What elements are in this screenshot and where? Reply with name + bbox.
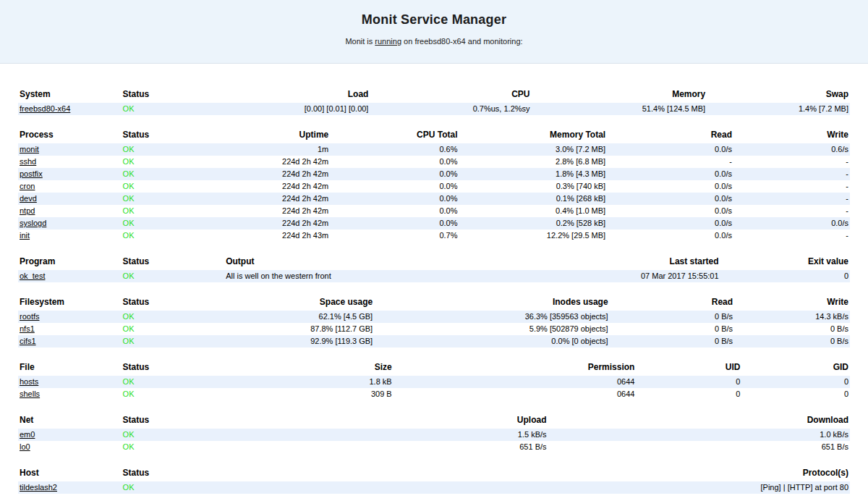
cell-write: 0 B/s bbox=[734, 323, 850, 335]
status-badge: OK bbox=[123, 271, 135, 280]
service-link[interactable]: init bbox=[20, 231, 30, 240]
service-link[interactable]: postfix bbox=[20, 169, 43, 178]
column-header-status: Status bbox=[122, 413, 230, 429]
service-link[interactable]: tildeslash2 bbox=[20, 483, 57, 492]
cell-memory-total: 0.3% [740 kB] bbox=[459, 180, 607, 193]
service-link[interactable]: monit bbox=[20, 145, 39, 153]
process-table: Process Status Uptime CPU Total Memory T… bbox=[18, 127, 850, 242]
cell-upload: 1.5 kB/s bbox=[229, 429, 548, 441]
net-table: Net Status Upload Download em0 OK 1.5 kB… bbox=[18, 413, 850, 453]
process-header-row: Process Status Uptime CPU Total Memory T… bbox=[18, 127, 850, 143]
filesystem-header-row: Filesystem Status Space usage Inodes usa… bbox=[18, 295, 850, 311]
cell-size: 309 B bbox=[229, 388, 393, 400]
cell-cpu-total: 0.0% bbox=[330, 168, 459, 180]
cell-write: - bbox=[733, 230, 850, 242]
cell-inodes-usage: 0.0% [0 objects] bbox=[374, 335, 609, 348]
cell-read: 0.0/s bbox=[607, 230, 733, 242]
page-title: Monit Service Manager bbox=[0, 0, 868, 28]
status-badge: OK bbox=[123, 157, 135, 166]
column-header-system: System bbox=[18, 87, 122, 103]
cell-uptime: 1m bbox=[229, 143, 330, 156]
table-row: shells OK 309 B 0644 0 0 bbox=[18, 388, 850, 400]
column-header-size: Size bbox=[229, 360, 393, 376]
cell-uid: 0 bbox=[636, 376, 741, 388]
host-table: Host Status Protocol(s) tildeslash2 OK [… bbox=[18, 466, 850, 494]
service-link[interactable]: shells bbox=[20, 390, 40, 398]
service-link[interactable]: devd bbox=[20, 194, 37, 203]
service-link[interactable]: rootfs bbox=[20, 312, 40, 321]
cell-gid: 0 bbox=[741, 388, 850, 400]
status-badge: OK bbox=[123, 206, 135, 215]
status-badge: OK bbox=[123, 194, 135, 203]
table-row: ok_test OK All is well on the western fr… bbox=[18, 270, 850, 282]
status-badge: OK bbox=[123, 219, 135, 227]
system-header-row: System Status Load CPU Memory Swap bbox=[18, 87, 850, 103]
table-row: tildeslash2 OK [Ping] | [HTTP] at port 8… bbox=[18, 481, 850, 494]
cell-exit-value: 0 bbox=[720, 270, 850, 282]
cell-read: 0.0/s bbox=[607, 168, 733, 180]
column-header-status: Status bbox=[122, 87, 230, 103]
running-link[interactable]: running bbox=[375, 37, 401, 46]
cell-write: - bbox=[733, 205, 850, 217]
table-row: init OK 224d 2h 43m 0.7% 12.2% [29.5 MB]… bbox=[18, 230, 850, 242]
cell-swap: 1.4% [7.2 MB] bbox=[707, 103, 850, 115]
cell-memory-total: 1.8% [4.3 MB] bbox=[459, 168, 607, 180]
cell-write: 0 B/s bbox=[734, 335, 850, 348]
service-link[interactable]: ntpd bbox=[20, 206, 35, 215]
table-row: hosts OK 1.8 kB 0644 0 0 bbox=[18, 376, 850, 388]
service-link[interactable]: syslogd bbox=[20, 219, 46, 227]
service-link[interactable]: em0 bbox=[20, 430, 35, 439]
cell-read: 0 B/s bbox=[610, 323, 735, 335]
status-badge: OK bbox=[123, 483, 135, 492]
filesystem-table: Filesystem Status Space usage Inodes usa… bbox=[18, 295, 850, 348]
cell-uptime: 224d 2h 42m bbox=[229, 180, 330, 193]
table-row: nfs1 OK 87.8% [112.7 GB] 5.9% [502879 ob… bbox=[18, 323, 850, 335]
status-badge: OK bbox=[123, 324, 135, 333]
service-link[interactable]: cifs1 bbox=[20, 337, 36, 345]
cell-memory-total: 12.2% [29.5 MB] bbox=[459, 230, 607, 242]
table-row: syslogd OK 224d 2h 42m 0.0% 0.2% [528 kB… bbox=[18, 217, 850, 230]
cell-space-usage: 92.9% [119.3 GB] bbox=[229, 335, 374, 348]
column-header-process: Process bbox=[18, 127, 122, 143]
service-link[interactable]: cron bbox=[20, 182, 35, 190]
cell-space-usage: 87.8% [112.7 GB] bbox=[229, 323, 374, 335]
column-header-write: Write bbox=[734, 295, 850, 311]
cell-load: [0.00] [0.01] [0.00] bbox=[229, 103, 370, 115]
cell-inodes-usage: 36.3% [359563 objects] bbox=[374, 311, 609, 323]
status-line-suffix: on freebsd80-x64 and monitoring: bbox=[401, 37, 523, 46]
cell-protocols: [Ping] | [HTTP] at port 80 bbox=[229, 481, 850, 494]
column-header-load: Load bbox=[229, 87, 370, 103]
file-header-row: File Status Size Permission UID GID bbox=[18, 360, 850, 376]
service-link[interactable]: nfs1 bbox=[20, 324, 35, 333]
service-link[interactable]: freebsd80-x64 bbox=[20, 104, 70, 113]
service-link[interactable]: sshd bbox=[20, 157, 36, 166]
table-row: cron OK 224d 2h 42m 0.0% 0.3% [740 kB] 0… bbox=[18, 180, 850, 193]
column-header-swap: Swap bbox=[707, 87, 850, 103]
cell-uptime: 224d 2h 42m bbox=[229, 156, 330, 168]
table-row: devd OK 224d 2h 42m 0.0% 0.1% [268 kB] 0… bbox=[18, 193, 850, 205]
cell-cpu-total: 0.7% bbox=[330, 230, 459, 242]
column-header-gid: GID bbox=[741, 360, 850, 376]
cell-inodes-usage: 5.9% [502879 objects] bbox=[374, 323, 609, 335]
cell-cpu: 0.7%us, 1.2%sy bbox=[370, 103, 531, 115]
service-link[interactable]: hosts bbox=[20, 377, 38, 386]
cell-read: 0.0/s bbox=[607, 193, 733, 205]
status-badge: OK bbox=[123, 104, 135, 113]
column-header-status: Status bbox=[122, 254, 225, 270]
main-content: System Status Load CPU Memory Swap freeb… bbox=[0, 87, 868, 494]
cell-memory-total: 0.2% [528 kB] bbox=[459, 217, 607, 230]
monitor-status-line: Monit is running on freebsd80-x64 and mo… bbox=[0, 37, 868, 46]
column-header-cpu-total: CPU Total bbox=[330, 127, 459, 143]
column-header-read: Read bbox=[607, 127, 733, 143]
host-header-row: Host Status Protocol(s) bbox=[18, 466, 850, 481]
status-badge: OK bbox=[123, 169, 135, 178]
column-header-last-started: Last started bbox=[506, 254, 720, 270]
net-header-row: Net Status Upload Download bbox=[18, 413, 850, 429]
cell-write: - bbox=[733, 193, 850, 205]
cell-upload: 651 B/s bbox=[229, 441, 548, 453]
status-badge: OK bbox=[123, 337, 135, 345]
service-link[interactable]: ok_test bbox=[20, 271, 45, 280]
column-header-output: Output bbox=[224, 254, 506, 270]
service-link[interactable]: lo0 bbox=[20, 442, 30, 451]
cell-space-usage: 62.1% [4.5 GB] bbox=[229, 311, 374, 323]
